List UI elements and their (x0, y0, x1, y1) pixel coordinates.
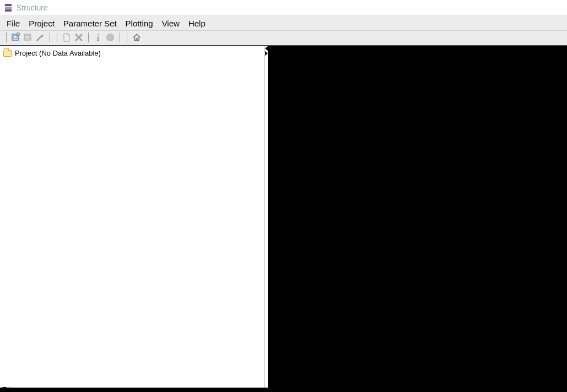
toolbar-separator (88, 32, 89, 42)
toolbar-separator (50, 32, 50, 42)
new-run-button[interactable] (61, 32, 72, 43)
svg-rect-12 (98, 36, 99, 41)
toolbar-separator (6, 32, 7, 42)
open-project-button[interactable] (23, 32, 34, 43)
menu-file[interactable]: File (2, 17, 24, 30)
toolbar-separator (57, 32, 57, 42)
folder-icon (3, 50, 12, 57)
svg-marker-14 (106, 34, 114, 41)
menubar: File Project Parameter Set Plotting View… (0, 15, 567, 31)
svg-rect-0 (5, 4, 12, 6)
toolbar-separator (127, 32, 127, 42)
horizontal-splitter-handle[interactable] (0, 387, 12, 390)
wizard-button[interactable] (35, 32, 46, 43)
main-area: Project (No Data Available) (0, 46, 567, 392)
titlebar: Structure (0, 0, 567, 15)
toolbar (0, 31, 567, 46)
cancel-run-button[interactable] (73, 32, 84, 43)
svg-rect-2 (5, 9, 12, 12)
svg-rect-5 (17, 33, 19, 35)
svg-rect-13 (97, 40, 99, 41)
chevron-left-icon (265, 46, 268, 51)
svg-line-8 (37, 36, 42, 41)
chevron-up-icon (7, 387, 12, 390)
home-button[interactable] (131, 32, 142, 43)
menu-view[interactable]: View (158, 17, 184, 30)
new-project-button[interactable] (10, 32, 21, 43)
chevron-down-icon (2, 387, 7, 390)
window-title: Structure (17, 3, 48, 12)
tree-root-item[interactable]: Project (No Data Available) (2, 48, 262, 58)
svg-rect-4 (14, 36, 17, 39)
viewer-pane (268, 46, 567, 388)
app-icon (3, 3, 13, 13)
svg-rect-1 (5, 7, 12, 9)
toolbar-separator (120, 32, 120, 42)
project-tree-pane: Project (No Data Available) (0, 46, 264, 388)
chevron-right-icon (265, 51, 268, 56)
svg-rect-7 (26, 36, 29, 39)
tree-item-label: Project (No Data Available) (15, 49, 101, 57)
svg-rect-11 (98, 34, 99, 35)
menu-plotting[interactable]: Plotting (121, 17, 158, 30)
info-button[interactable] (93, 32, 104, 43)
vertical-splitter[interactable] (264, 46, 268, 388)
stop-button[interactable] (105, 32, 116, 43)
menu-parameter-set[interactable]: Parameter Set (59, 17, 121, 30)
menu-project[interactable]: Project (24, 17, 59, 30)
menu-help[interactable]: Help (184, 17, 210, 30)
